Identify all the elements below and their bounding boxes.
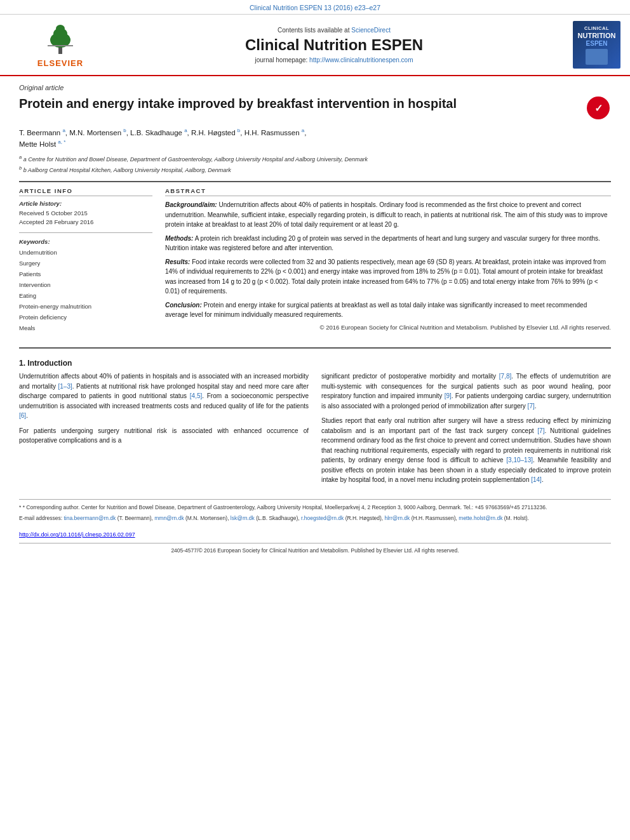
journal-logo-area: CLINICAL NUTRITION ESPEN — [557, 21, 620, 69]
crossmark-icon — [587, 97, 610, 119]
logo-espen: ESPEN — [586, 40, 608, 47]
article-content: Original article Protein and energy inta… — [0, 76, 630, 561]
author-mortensen: M.N. Mortensen b — [69, 129, 126, 137]
author-skadhauge: L.B. Skadhauge a — [130, 129, 187, 137]
received-date: Received 5 October 2015 — [19, 209, 152, 218]
fn-star: * — [19, 504, 21, 510]
body-divider — [19, 347, 611, 349]
affiliation-a: a a Centre for Nutrition and Bowel Disea… — [19, 154, 611, 164]
journal-homepage-link[interactable]: http://www.clinicalnutritionespen.com — [309, 57, 413, 63]
intro-col-right: significant predictor of postoperative m… — [321, 371, 611, 490]
journal-title: Clinical Nutrition ESPEN — [111, 36, 557, 54]
elsevier-logo: ELSEVIER — [37, 22, 83, 68]
author-hogsted: R.H. Høgsted b — [191, 129, 240, 137]
ref-6[interactable]: [6] — [19, 412, 26, 419]
abstract-methods: Methods: A protein rich breakfast includ… — [165, 234, 611, 253]
intro-two-col: Undernutrition affects about 40% of pati… — [19, 371, 611, 490]
journal-header: ELSEVIER Contents lists available at Sci… — [0, 15, 630, 76]
keyword-4: Intervention — [19, 279, 152, 290]
intro-para-2: For patients undergoing surgery nutritio… — [19, 426, 309, 446]
section-heading-intro: 1. Introduction — [19, 359, 611, 368]
sciencedirect-link[interactable]: ScienceDirect — [351, 27, 391, 34]
elsevier-tree-icon — [41, 22, 79, 57]
keywords-section: Keywords: Undernutrition Surgery Patient… — [19, 238, 152, 334]
elsevier-logo-area: ELSEVIER — [10, 22, 111, 68]
keywords-label: Keywords: — [19, 238, 152, 245]
affiliation-b: b b Aalborg Central Hospital Kitchen, Aa… — [19, 164, 611, 175]
email-holst[interactable]: mette.holst@rn.dk — [459, 515, 502, 521]
keyword-8: Meals — [19, 323, 152, 333]
email-beermann[interactable]: tina.beermann@rn.dk — [64, 515, 116, 521]
info-divider-1 — [19, 232, 152, 233]
journal-logo-box: CLINICAL NUTRITION ESPEN — [573, 21, 620, 69]
ref-9[interactable]: [9] — [445, 392, 452, 399]
email-rasmussen[interactable]: hlrr@rn.dk — [385, 515, 410, 521]
author-holst: Mette Holst a, * — [19, 140, 65, 148]
ref-7b[interactable]: [7] — [528, 403, 535, 410]
keyword-6: Protein-energy malnutrition — [19, 301, 152, 312]
ref-7c[interactable]: [7] — [537, 427, 544, 434]
ref-3-10-13[interactable]: [3,10–13] — [506, 457, 533, 463]
authors-line: T. Beermann a, M.N. Mortensen b, L.B. Sk… — [19, 127, 611, 150]
abstract-copyright: © 2016 European Society for Clinical Nut… — [165, 324, 611, 331]
article-info-label: ARTICLE INFO — [19, 187, 152, 196]
author-beermann: T. Beermann a — [19, 129, 65, 137]
article-title-row: Protein and energy intake improved by br… — [19, 95, 611, 121]
email-skadhauge[interactable]: lsk@rn.dk — [231, 515, 255, 521]
ref-1-3[interactable]: [1–3] — [58, 383, 72, 390]
keyword-7: Protein deficiency — [19, 312, 152, 323]
citation-bar: Clinical Nutrition ESPEN 13 (2016) e23–e… — [0, 0, 630, 15]
article-type: Original article — [19, 84, 611, 91]
email-line: E-mail addresses: tina.beermann@rn.dk (T… — [19, 514, 611, 523]
corresponding-note: * * Corresponding author. Center for Nut… — [19, 503, 611, 512]
ref-4-5[interactable]: [4,5] — [190, 392, 202, 399]
accepted-date: Accepted 28 February 2016 — [19, 218, 152, 227]
intro-para-1: Undernutrition affects about 40% of pati… — [19, 371, 309, 421]
thick-divider — [19, 181, 611, 182]
abstract-col: ABSTRACT Background/aim: Undernutrition … — [165, 187, 611, 338]
introduction-section: 1. Introduction Undernutrition affects a… — [19, 359, 611, 490]
ref-7-8[interactable]: [7,8] — [499, 373, 511, 380]
intro-para-3: significant predictor of postoperative m… — [321, 371, 611, 411]
keywords-list: Undernutrition Surgery Patients Interven… — [19, 247, 152, 334]
journal-center: Contents lists available at ScienceDirec… — [111, 27, 557, 63]
abstract-background: Background/aim: Undernutrition affects a… — [165, 200, 611, 230]
email-hogsted[interactable]: r.hoegsted@rn.dk — [301, 515, 344, 521]
keyword-1: Undernutrition — [19, 247, 152, 258]
logo-nutrition: NUTRITION — [578, 32, 616, 39]
elsevier-label: ELSEVIER — [37, 58, 83, 68]
keyword-5: Eating — [19, 290, 152, 301]
doi-link[interactable]: http://dx.doi.org/10.1016/j.clnesp.2016.… — [19, 531, 135, 538]
article-info-col: ARTICLE INFO Article history: Received 5… — [19, 187, 152, 338]
author-rasmussen: H.H. Rasmussen a — [245, 129, 305, 137]
abstract-conclusion: Conclusion: Protein and energy intake fo… — [165, 300, 611, 320]
citation-text: Clinical Nutrition ESPEN 13 (2016) e23–e… — [250, 4, 380, 11]
svg-point-3 — [56, 25, 65, 32]
doi-line: http://dx.doi.org/10.1016/j.clnesp.2016.… — [19, 531, 611, 538]
crossmark-badge — [586, 95, 611, 121]
abstract-results: Results: Food intake records were collec… — [165, 257, 611, 297]
intro-para-4: Studies report that early oral nutrition… — [321, 416, 611, 485]
contents-line: Contents lists available at ScienceDirec… — [111, 27, 557, 34]
ref-14[interactable]: [14] — [531, 476, 542, 483]
logo-clinical: CLINICAL — [584, 25, 609, 31]
svg-rect-4 — [48, 45, 73, 46]
journal-homepage: journal homepage: http://www.clinicalnut… — [111, 57, 557, 63]
history-label: Article history: — [19, 200, 152, 207]
bottom-bar: 2405-4577/© 2016 European Society for Cl… — [19, 543, 611, 554]
keyword-2: Surgery — [19, 258, 152, 269]
abstract-label: ABSTRACT — [165, 187, 611, 196]
email-mortensen[interactable]: mmn@rn.dk — [154, 515, 184, 521]
affiliations: a a Centre for Nutrition and Bowel Disea… — [19, 154, 611, 175]
article-history: Article history: Received 5 October 2015… — [19, 200, 152, 227]
article-info-abstract-row: ARTICLE INFO Article history: Received 5… — [19, 187, 611, 338]
intro-col-left: Undernutrition affects about 40% of pati… — [19, 371, 309, 490]
article-title: Protein and energy intake improved by br… — [19, 95, 586, 112]
keyword-3: Patients — [19, 269, 152, 279]
logo-image-placeholder — [586, 49, 608, 65]
footnote-area: * * Corresponding author. Center for Nut… — [19, 499, 611, 523]
